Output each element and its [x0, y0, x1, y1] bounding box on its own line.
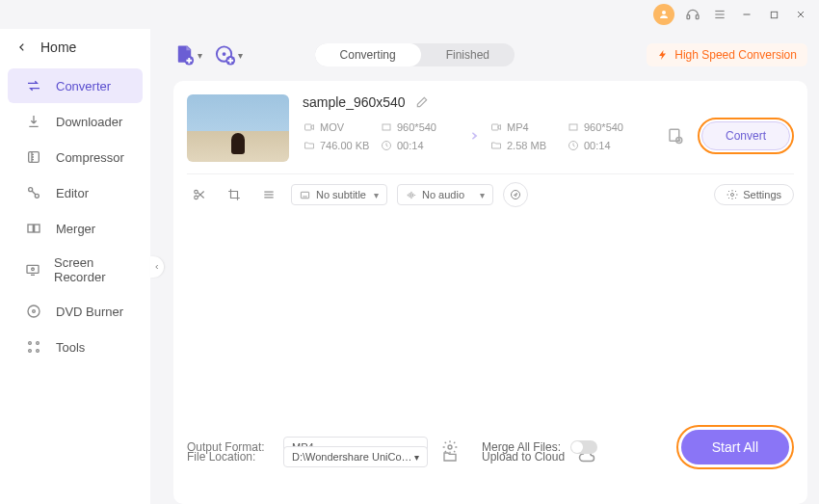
- audio-icon: [406, 190, 416, 200]
- tab-finished[interactable]: Finished: [421, 43, 515, 66]
- svg-point-0: [662, 11, 666, 14]
- svg-point-22: [37, 342, 40, 345]
- startall-highlight: Start All: [676, 425, 794, 469]
- lightning-icon: [657, 49, 669, 61]
- minimize-button[interactable]: [738, 6, 755, 23]
- chevron-down-icon: ▾: [414, 452, 419, 463]
- close-button[interactable]: [792, 6, 809, 23]
- svg-point-37: [195, 190, 198, 194]
- open-folder-icon[interactable]: [437, 444, 462, 469]
- nav-label: Editor: [56, 186, 89, 200]
- home-label: Home: [40, 40, 76, 55]
- svg-point-38: [195, 196, 198, 199]
- editor-icon: [25, 184, 42, 201]
- subtitle-icon: [300, 190, 310, 200]
- convert-icon: [25, 77, 42, 94]
- svg-line-39: [198, 193, 203, 199]
- start-all-button[interactable]: Start All: [681, 430, 789, 464]
- item-controls: No subtitle ▾ No audio ▾ Settings: [187, 182, 794, 207]
- home-nav[interactable]: Home: [0, 32, 150, 63]
- item-body: sample_960x540 MOV 960*540 746.00 KB 00:…: [303, 94, 794, 162]
- svg-point-19: [28, 305, 40, 317]
- item-title: sample_960x540: [303, 94, 406, 110]
- screen-icon: [25, 261, 40, 279]
- gear-icon: [727, 189, 738, 200]
- svg-rect-29: [304, 124, 311, 130]
- svg-rect-7: [771, 12, 777, 17]
- add-file-icon: [173, 43, 196, 66]
- nav-label: Converter: [56, 79, 111, 93]
- trim-icon[interactable]: [187, 184, 212, 205]
- dvd-icon: [25, 303, 42, 320]
- audio-dropdown[interactable]: No audio ▾: [397, 184, 493, 205]
- file-location-label: File Location:: [187, 450, 274, 464]
- resolution-icon: [380, 120, 392, 133]
- toolbar: ▾ ▾ Converting Finished High Speed Conve…: [173, 29, 807, 81]
- edit-title-icon[interactable]: [415, 95, 429, 109]
- file-item: sample_960x540 MOV 960*540 746.00 KB 00:…: [187, 94, 794, 174]
- sidebar-item-merger[interactable]: Merger: [8, 211, 143, 246]
- file-location-dropdown[interactable]: D:\Wondershare UniConverter 1 ▾: [283, 446, 428, 467]
- chevron-down-icon: ▾: [198, 50, 202, 61]
- subtitle-dropdown[interactable]: No subtitle ▾: [291, 184, 387, 205]
- sidebar-item-converter[interactable]: Converter: [8, 68, 143, 103]
- tools-icon: [25, 338, 42, 356]
- sidebar: Home Converter Downloader Compressor Edi…: [0, 29, 150, 504]
- high-speed-badge[interactable]: High Speed Conversion: [647, 43, 807, 66]
- source-meta: MOV 960*540 746.00 KB 00:14: [303, 120, 453, 151]
- svg-line-40: [198, 192, 203, 198]
- upload-cloud-label: Upload to Cloud: [482, 450, 565, 464]
- nav-label: Downloader: [56, 115, 122, 129]
- video-thumbnail[interactable]: [187, 94, 289, 162]
- chevron-down-icon: ▾: [374, 190, 379, 200]
- merge-toggle[interactable]: [570, 440, 597, 454]
- status-tabs: Converting Finished: [315, 43, 515, 66]
- svg-line-13: [32, 191, 36, 195]
- clock-icon: [380, 139, 392, 151]
- sidebar-item-editor[interactable]: Editor: [8, 175, 143, 210]
- svg-point-20: [33, 310, 36, 313]
- titlebar: [0, 0, 819, 29]
- svg-rect-14: [28, 225, 33, 232]
- svg-rect-1: [687, 15, 690, 19]
- add-disc-icon: [214, 43, 236, 66]
- sidebar-item-compressor[interactable]: Compressor: [8, 140, 143, 174]
- svg-rect-35: [670, 129, 679, 141]
- add-url-button[interactable]: ▾: [214, 40, 243, 69]
- nav-label: Compressor: [56, 150, 124, 165]
- chevron-down-icon: ▾: [480, 190, 485, 200]
- sidebar-item-dvd-burner[interactable]: DVD Burner: [8, 294, 143, 329]
- video-icon: [303, 120, 315, 133]
- svg-rect-44: [301, 192, 308, 198]
- headset-icon[interactable]: [684, 6, 701, 23]
- sidebar-item-tools[interactable]: Tools: [8, 330, 143, 364]
- output-settings-icon[interactable]: [663, 123, 688, 148]
- add-file-button[interactable]: ▾: [173, 40, 202, 69]
- sidebar-item-downloader[interactable]: Downloader: [8, 104, 143, 139]
- avatar[interactable]: [653, 4, 674, 25]
- chevron-down-icon: ▾: [238, 50, 243, 61]
- video-icon: [489, 120, 502, 133]
- crop-icon[interactable]: [222, 184, 247, 205]
- compass-icon[interactable]: [503, 182, 528, 207]
- svg-rect-32: [491, 124, 498, 130]
- convert-button[interactable]: Convert: [701, 121, 790, 150]
- download-icon: [25, 113, 42, 130]
- svg-point-24: [37, 350, 40, 353]
- maximize-button[interactable]: [765, 6, 782, 23]
- settings-button[interactable]: Settings: [714, 184, 794, 205]
- nav-label: Tools: [56, 340, 85, 355]
- tab-converting[interactable]: Converting: [315, 43, 421, 66]
- svg-point-23: [29, 350, 32, 353]
- svg-point-17: [32, 268, 35, 271]
- effects-icon[interactable]: [256, 184, 281, 205]
- menu-icon[interactable]: [711, 6, 728, 23]
- app-window: Home Converter Downloader Compressor Edi…: [0, 0, 819, 504]
- sidebar-item-screen-recorder[interactable]: Screen Recorder: [8, 247, 143, 293]
- main: ▾ ▾ Converting Finished High Speed Conve…: [150, 29, 819, 504]
- svg-rect-2: [696, 15, 699, 19]
- svg-point-27: [223, 52, 226, 56]
- clock-icon: [567, 139, 579, 151]
- nav-label: Merger: [56, 222, 95, 236]
- resolution-icon: [567, 120, 579, 133]
